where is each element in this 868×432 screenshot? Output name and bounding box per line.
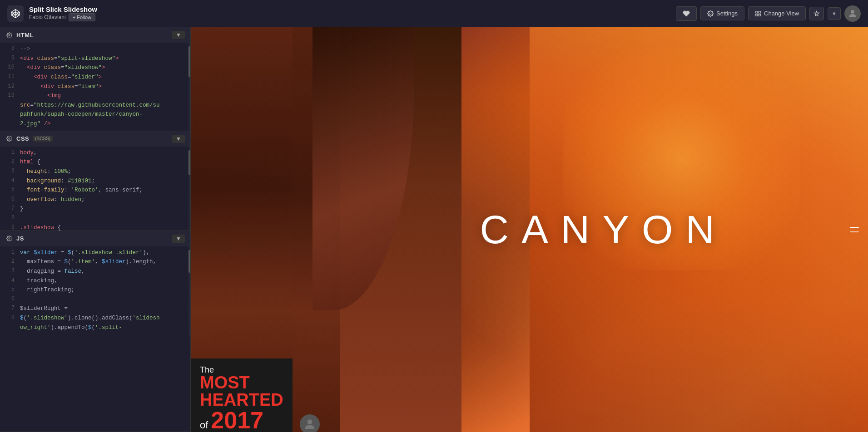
code-line: 9 .slideshow { bbox=[0, 223, 187, 231]
chevron-down-icon: ▼ bbox=[832, 11, 837, 16]
main-content: HTML ▼ 8 --> 9 <div class="split-slidesh… bbox=[0, 27, 868, 432]
svg-point-14 bbox=[8, 34, 10, 35]
code-line: 2 html { bbox=[0, 157, 187, 167]
code-line: 7 } bbox=[0, 204, 187, 214]
svg-rect-12 bbox=[756, 14, 758, 16]
js-gear-icon[interactable] bbox=[5, 235, 13, 242]
js-toggle-button[interactable]: ▼ bbox=[172, 235, 185, 243]
code-line: pahfunk/supah-codepen/master/canyon- bbox=[0, 110, 187, 119]
hearted-badge: The MOST HEARTED of 2017 bbox=[191, 358, 293, 432]
code-line: 5 font-family: 'Roboto', sans-serif; bbox=[0, 186, 187, 195]
code-line: 9 <div class="split-slideshow"> bbox=[0, 54, 187, 64]
svg-rect-10 bbox=[759, 11, 760, 13]
code-line: 12 <div class="item"> bbox=[0, 82, 187, 92]
css-panel: CSS (SCSS) ▼ 1 body, 2 html { 3 height: … bbox=[0, 131, 190, 231]
svg-point-13 bbox=[851, 10, 854, 14]
code-line: 4 background: #110101; bbox=[0, 177, 187, 186]
settings-button[interactable]: Settings bbox=[700, 6, 744, 20]
canyon-title: CANYON bbox=[480, 206, 728, 253]
pin-button[interactable] bbox=[809, 7, 824, 20]
project-info: Split Slick Slideshow Fabio Ottaviani + … bbox=[29, 5, 676, 21]
hearted-hearted: HEARTED bbox=[200, 391, 283, 408]
nav-dot-2[interactable] bbox=[850, 231, 859, 232]
code-line: 13 <img bbox=[0, 91, 187, 101]
svg-rect-11 bbox=[759, 14, 760, 16]
code-line: 2 maxItems = $('.item', $slider).length, bbox=[0, 257, 187, 267]
code-line: 11 <div class="slider"> bbox=[0, 73, 187, 82]
preview-panel: CANYON The MOST HEARTED of 2017 bbox=[191, 27, 868, 432]
css-code-area[interactable]: 1 body, 2 html { 3 height: 100%; 4 backg… bbox=[0, 147, 190, 231]
js-code-area[interactable]: 1 var $slider = $('.slideshow .slider'),… bbox=[0, 246, 190, 337]
code-line: ow_right').appendTo($('.split- bbox=[0, 323, 187, 333]
change-view-label: Change View bbox=[764, 10, 799, 17]
svg-point-15 bbox=[8, 138, 10, 139]
css-sublabel: (SCSS) bbox=[33, 136, 53, 142]
code-line: 1 var $slider = $('.slideshow .slider'), bbox=[0, 248, 187, 258]
heart-button[interactable] bbox=[676, 6, 697, 21]
hearted-most: MOST bbox=[200, 374, 283, 391]
html-panel: HTML ▼ 8 --> 9 <div class="split-slidesh… bbox=[0, 27, 190, 131]
project-title: Split Slick Slideshow bbox=[29, 5, 676, 13]
svg-rect-9 bbox=[756, 11, 758, 13]
svg-point-16 bbox=[8, 238, 10, 239]
html-header-left: HTML bbox=[5, 31, 34, 39]
topbar-actions: Settings Change View ▼ bbox=[676, 5, 861, 22]
hearted-year: 2017 bbox=[211, 408, 263, 432]
svg-point-8 bbox=[709, 13, 711, 15]
code-line: 3 dragging = false, bbox=[0, 267, 187, 276]
html-label: HTML bbox=[16, 32, 34, 39]
code-line: 6 overflow: hidden; bbox=[0, 195, 187, 205]
html-panel-header[interactable]: HTML ▼ bbox=[0, 27, 190, 43]
nav-dots[interactable] bbox=[850, 227, 859, 232]
code-line: 8 $('.slideshow').clone().addClass('slid… bbox=[0, 314, 187, 323]
hearted-avatar bbox=[300, 414, 320, 432]
html-code-area[interactable]: 8 --> 9 <div class="split-slideshow"> 10… bbox=[0, 43, 190, 131]
code-line: 7 $sliderRight = bbox=[0, 304, 187, 314]
code-line: 3 height: 100%; bbox=[0, 167, 187, 177]
topbar: Split Slick Slideshow Fabio Ottaviani + … bbox=[0, 0, 868, 27]
change-view-button[interactable]: Change View bbox=[748, 6, 806, 20]
css-gear-icon[interactable] bbox=[5, 135, 13, 142]
js-label: JS bbox=[16, 235, 24, 242]
user-avatar[interactable] bbox=[844, 5, 861, 22]
code-line: 1 body, bbox=[0, 148, 187, 158]
html-gear-icon[interactable] bbox=[5, 31, 13, 39]
code-line: src="https://raw.githubusercontent.com/s… bbox=[0, 101, 187, 110]
html-toggle-button[interactable]: ▼ bbox=[172, 31, 185, 39]
codepen-logo bbox=[7, 5, 24, 22]
nav-dot-1[interactable] bbox=[850, 227, 859, 228]
css-panel-header[interactable]: CSS (SCSS) ▼ bbox=[0, 131, 190, 147]
code-line: 8 bbox=[0, 214, 187, 223]
code-line: 10 <div class="slideshow"> bbox=[0, 63, 187, 73]
css-toggle-button[interactable]: ▼ bbox=[172, 135, 185, 143]
svg-point-17 bbox=[308, 419, 312, 424]
follow-button[interactable]: + Follow bbox=[69, 13, 95, 21]
editor-panel: HTML ▼ 8 --> 9 <div class="split-slidesh… bbox=[0, 27, 191, 432]
code-line: 4 tracking, bbox=[0, 276, 187, 286]
settings-label: Settings bbox=[716, 10, 738, 17]
code-line: 6 bbox=[0, 295, 187, 304]
code-line: 5 rightTracking; bbox=[0, 285, 187, 295]
js-panel-header[interactable]: JS ▼ bbox=[0, 231, 190, 246]
css-header-left: CSS (SCSS) bbox=[5, 135, 53, 142]
hearted-of: of bbox=[200, 420, 208, 430]
js-header-left: JS bbox=[5, 235, 24, 242]
code-line: 8 --> bbox=[0, 44, 187, 54]
code-line: 2.jpg" /> bbox=[0, 119, 187, 129]
dropdown-button[interactable]: ▼ bbox=[828, 7, 841, 20]
css-label: CSS bbox=[16, 135, 29, 142]
js-panel: JS ▼ 1 var $slider = $('.slideshow .slid… bbox=[0, 231, 190, 432]
project-author: Fabio Ottaviani + Follow bbox=[29, 13, 676, 21]
